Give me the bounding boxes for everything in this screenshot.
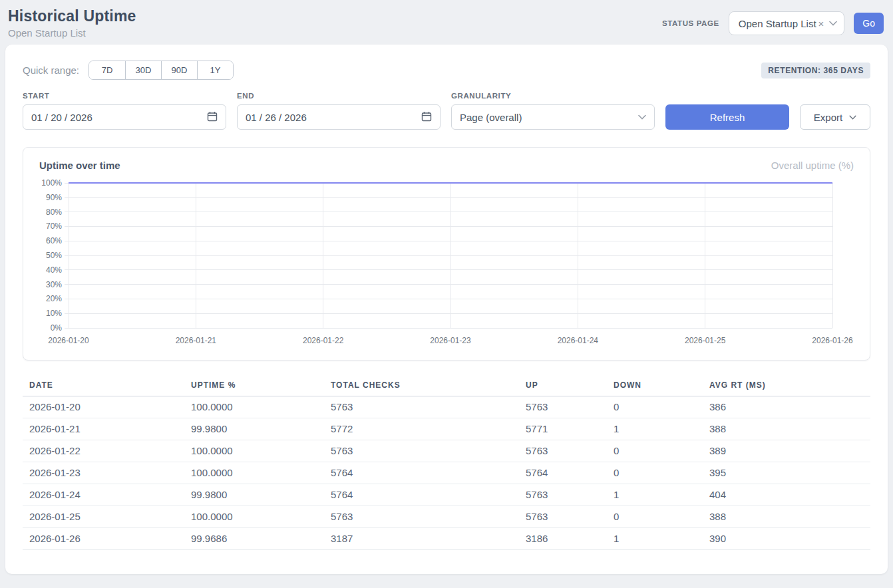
table-cell: 404: [703, 484, 870, 506]
main-card: Quick range: 7D30D90D1Y RETENTION: 365 D…: [5, 45, 888, 574]
table-cell: 5764: [324, 484, 519, 506]
svg-text:20%: 20%: [46, 294, 62, 303]
table-cell: 5771: [519, 418, 607, 440]
table-cell: 2026-01-25: [23, 506, 184, 528]
table-cell: 386: [703, 396, 870, 418]
table-cell: 5763: [519, 506, 607, 528]
table-cell: 5764: [324, 462, 519, 484]
export-button-label: Export: [814, 112, 842, 123]
quick-range-30d-button[interactable]: 30D: [125, 61, 161, 79]
table-cell: 395: [703, 462, 870, 484]
svg-text:30%: 30%: [46, 280, 62, 289]
granularity-select[interactable]: Page (overall): [451, 104, 655, 130]
table-cell: 2026-01-26: [23, 528, 184, 550]
table-cell: 3186: [519, 528, 607, 550]
uptime-chart-card: Uptime over time Overall uptime (%) 0%10…: [23, 147, 870, 361]
table-cell: 2026-01-23: [23, 462, 184, 484]
table-header-cell: DATE: [23, 375, 184, 396]
quick-range-row: Quick range: 7D30D90D1Y RETENTION: 365 D…: [23, 61, 870, 80]
table-cell: 5772: [324, 418, 519, 440]
svg-text:100%: 100%: [41, 178, 62, 188]
table-header-cell: TOTAL CHECKS: [324, 375, 519, 396]
clear-selection-icon[interactable]: ×: [818, 18, 824, 29]
chevron-down-icon: [849, 115, 856, 120]
table-cell: 0: [607, 396, 703, 418]
table-cell: 99.9800: [184, 418, 324, 440]
status-page-controls: STATUS PAGE Open Startup List × Go: [662, 11, 884, 35]
table-cell: 100.0000: [184, 506, 324, 528]
start-date-field: START 01 / 20 / 2026: [23, 92, 226, 130]
calendar-icon[interactable]: [421, 111, 432, 124]
status-page-selected-value: Open Startup List: [739, 18, 816, 29]
end-date-value: 01 / 26 / 2026: [246, 112, 307, 123]
uptime-line-chart: 0%10%20%30%40%50%60%70%80%90%100%2026-01…: [34, 178, 859, 349]
table-row: 2026-01-2699.9686318731861390: [23, 528, 870, 550]
table-header-cell: DOWN: [607, 375, 703, 396]
granularity-label: GRANULARITY: [451, 92, 655, 100]
end-date-field: END 01 / 26 / 2026: [237, 92, 441, 130]
table-cell: 2026-01-24: [23, 484, 184, 506]
quick-range-7d-button[interactable]: 7D: [89, 61, 125, 79]
status-page-select[interactable]: Open Startup List ×: [729, 11, 845, 35]
svg-text:2026-01-21: 2026-01-21: [176, 336, 217, 345]
table-cell: 0: [607, 462, 703, 484]
status-page-label: STATUS PAGE: [662, 19, 719, 27]
go-button[interactable]: Go: [854, 13, 884, 34]
table-cell: 3187: [324, 528, 519, 550]
table-cell: 100.0000: [184, 440, 324, 462]
table-row: 2026-01-23100.0000576457640395: [23, 462, 870, 484]
table-header-cell: AVG RT (MS): [703, 375, 870, 396]
svg-text:2026-01-25: 2026-01-25: [685, 336, 726, 345]
start-date-label: START: [23, 92, 226, 100]
svg-text:2026-01-23: 2026-01-23: [430, 336, 471, 345]
table-cell: 2026-01-21: [23, 418, 184, 440]
export-button[interactable]: Export: [800, 104, 870, 130]
page-title: Historical Uptime: [8, 7, 136, 25]
quick-range-90d-button[interactable]: 90D: [161, 61, 197, 79]
table-header-row: DATEUPTIME %TOTAL CHECKSUPDOWNAVG RT (MS…: [23, 375, 870, 396]
chart-title: Uptime over time: [39, 160, 120, 171]
table-row: 2026-01-22100.0000576357630389: [23, 440, 870, 462]
table-cell: 390: [703, 528, 870, 550]
table-cell: 5763: [519, 484, 607, 506]
svg-text:70%: 70%: [46, 221, 62, 231]
quick-range-label: Quick range:: [23, 65, 79, 76]
table-cell: 0: [607, 440, 703, 462]
svg-text:40%: 40%: [46, 265, 62, 275]
svg-text:10%: 10%: [46, 309, 62, 318]
table-cell: 2026-01-22: [23, 440, 184, 462]
table-cell: 5763: [519, 440, 607, 462]
table-header-cell: UPTIME %: [184, 375, 324, 396]
table-cell: 5763: [324, 440, 519, 462]
start-date-value: 01 / 20 / 2026: [31, 112, 92, 123]
calendar-icon[interactable]: [207, 111, 218, 124]
quick-range-group: 7D30D90D1Y: [89, 61, 234, 80]
retention-badge: RETENTION: 365 DAYS: [761, 63, 870, 78]
table-row: 2026-01-20100.0000576357630386: [23, 396, 870, 418]
table-cell: 5764: [519, 462, 607, 484]
chevron-down-icon: [638, 114, 646, 120]
table-cell: 388: [703, 506, 870, 528]
svg-text:2026-01-22: 2026-01-22: [303, 336, 344, 345]
end-date-input[interactable]: 01 / 26 / 2026: [237, 104, 441, 130]
chart-legend: Overall uptime (%): [771, 160, 854, 171]
table-header-cell: UP: [519, 375, 607, 396]
granularity-selected-value: Page (overall): [460, 112, 522, 123]
table-cell: 1: [607, 528, 703, 550]
table-cell: 1: [607, 418, 703, 440]
refresh-button[interactable]: Refresh: [665, 104, 789, 130]
table-cell: 5763: [324, 396, 519, 418]
svg-text:90%: 90%: [46, 193, 62, 202]
table-cell: 2026-01-20: [23, 396, 184, 418]
table-cell: 0: [607, 506, 703, 528]
filter-form-row: START 01 / 20 / 2026 END 01 / 26 / 2026 …: [23, 92, 870, 130]
table-cell: 1: [607, 484, 703, 506]
table-cell: 100.0000: [184, 462, 324, 484]
table-cell: 100.0000: [184, 396, 324, 418]
granularity-field: GRANULARITY Page (overall): [451, 92, 655, 130]
svg-text:2026-01-24: 2026-01-24: [558, 336, 599, 345]
svg-text:60%: 60%: [46, 236, 62, 245]
page-subtitle: Open Startup List: [8, 27, 136, 39]
quick-range-1y-button[interactable]: 1Y: [197, 61, 233, 79]
start-date-input[interactable]: 01 / 20 / 2026: [23, 104, 226, 130]
